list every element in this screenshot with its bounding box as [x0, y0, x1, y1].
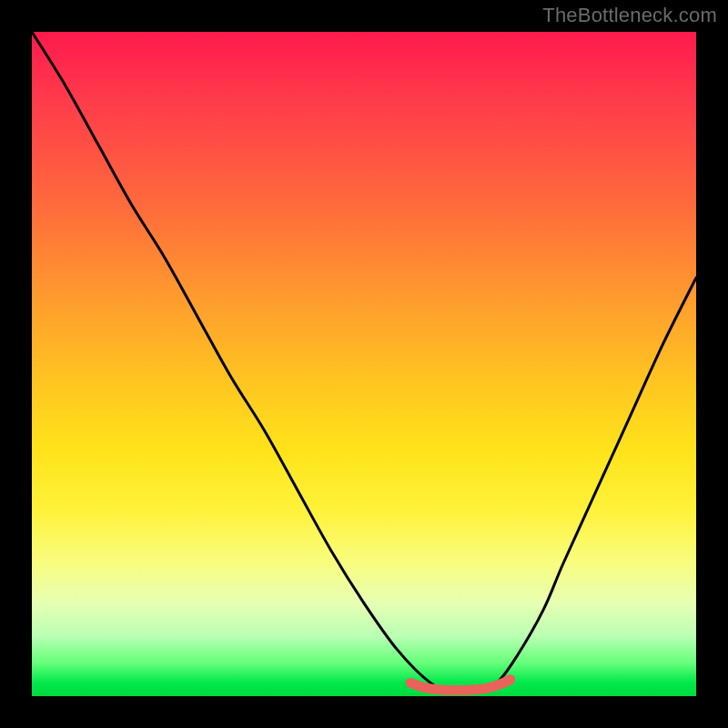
chart-frame: TheBottleneck.com	[0, 0, 728, 728]
bottleneck-curve	[32, 32, 696, 691]
watermark-text: TheBottleneck.com	[542, 4, 717, 27]
plot-area	[32, 32, 696, 696]
curve-layer	[32, 32, 696, 696]
flat-zone-marker	[410, 680, 510, 691]
